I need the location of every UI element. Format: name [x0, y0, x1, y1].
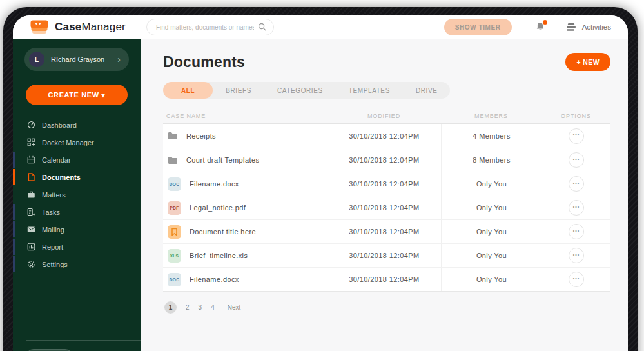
user-avatar: L [29, 52, 44, 67]
create-new-button[interactable]: CREATE NEW ▾ [26, 85, 128, 105]
case-name: Court draft Templates [186, 156, 259, 164]
new-document-button[interactable]: + NEW [565, 53, 610, 71]
case-name: Filename.docx [190, 276, 239, 283]
chevron-right-icon: › [117, 54, 121, 65]
table-row[interactable]: Receipts 30/10/2018 12:04PM 4 Members ••… [163, 124, 610, 148]
footer-divider [26, 340, 141, 341]
modified-date: 30/10/2018 12:04PM [327, 244, 441, 267]
sidebar-item-calendar[interactable]: Calendar [13, 151, 141, 168]
options-button[interactable]: ••• [569, 152, 584, 168]
modified-date: 30/10/2018 12:04PM [327, 268, 441, 291]
sidebar-item-dashboard[interactable]: Dashboard [13, 116, 141, 134]
column-header-members: MEMBERS [441, 113, 542, 119]
tab-categories[interactable]: CATEGORIES [264, 82, 336, 99]
modified-date: 30/10/2018 12:04PM [327, 220, 441, 243]
sidebar-item-settings[interactable]: Settings [13, 256, 141, 273]
brand-logo: CaseManager [30, 19, 126, 35]
activities-icon [566, 23, 576, 32]
members: 8 Members [441, 148, 542, 172]
members: Only You [441, 268, 542, 291]
briefcase-icon [27, 190, 35, 199]
dashboard-icon [27, 121, 35, 129]
notification-dot [543, 20, 547, 25]
modified-date: 30/10/2018 12:04PM [327, 124, 441, 148]
case-name: Filename.docx [190, 180, 239, 188]
page-4-button[interactable]: 4 [211, 304, 215, 311]
options-button[interactable]: ••• [569, 200, 584, 216]
column-header-options: OPTIONS [542, 113, 610, 119]
activities-button[interactable]: Activities [566, 23, 611, 32]
brand-name: CaseManager [55, 21, 126, 34]
table-row[interactable]: PDF Legal_notice.pdf 30/10/2018 12:04PM … [163, 196, 610, 219]
search-input[interactable] [146, 19, 274, 35]
pagination: 1 2 3 4 Next [164, 301, 628, 314]
docket-manager-icon [27, 138, 35, 146]
sidebar-item-label: Tasks [42, 208, 60, 216]
sidebar-item-label: Dashboard [42, 121, 77, 129]
page-1-button[interactable]: 1 [164, 301, 177, 314]
case-name: Receipts [186, 132, 216, 140]
table-row[interactable]: DOC Filename.docx 30/10/2018 12:04PM Onl… [163, 172, 610, 196]
sidebar-item-mailing[interactable]: Mailing [13, 221, 141, 238]
members: Only You [441, 196, 542, 219]
column-header-case-name: CASE NAME [163, 113, 327, 119]
notifications-bell-icon[interactable] [535, 21, 547, 33]
table-row[interactable]: DOC Filename.docx 30/10/2018 12:04PM Onl… [163, 267, 610, 291]
sidebar-item-matters[interactable]: Matters [13, 186, 141, 203]
page-title: Documents [163, 54, 245, 71]
options-button[interactable]: ••• [569, 248, 584, 263]
brand-bold: Case [55, 21, 81, 33]
sidebar-footer: Get Help Terms . Privacy [13, 340, 141, 351]
folder-icon [168, 156, 178, 165]
members: Only You [441, 244, 542, 267]
modified-date: 30/10/2018 12:04PM [327, 196, 441, 219]
members: Only You [441, 172, 542, 196]
documents-icon [27, 173, 35, 181]
bookmark-icon [168, 225, 181, 239]
tab-all[interactable]: ALL [163, 82, 213, 99]
options-button[interactable]: ••• [569, 128, 584, 144]
next-page-button[interactable]: Next [228, 304, 241, 311]
column-header-modified: MODIFIED [327, 113, 441, 119]
show-timer-button[interactable]: SHOW TIMER [444, 19, 512, 35]
case-name: Legal_notice.pdf [190, 204, 246, 212]
tab-drive[interactable]: DRIVE [403, 82, 451, 99]
document-tabs: ALL BRIEFS CATEGORIES TEMPLATES DRIVE [163, 82, 450, 99]
report-icon [27, 243, 35, 251]
brand-regular: Manager [81, 21, 126, 33]
table-row[interactable]: Court draft Templates 30/10/2018 12:04PM… [163, 148, 610, 172]
sidebar-item-report[interactable]: Report [13, 238, 141, 256]
case-name: Document title here [190, 228, 256, 236]
table-row[interactable]: Document title here 30/10/2018 12:04PM O… [163, 219, 610, 243]
top-bar: CaseManager SHOW TIMER [13, 15, 628, 39]
options-button[interactable]: ••• [569, 224, 584, 239]
sidebar-item-tasks[interactable]: Tasks [13, 203, 141, 221]
tab-templates[interactable]: TEMPLATES [336, 82, 403, 99]
user-name: RIchard Grayson [51, 55, 104, 63]
tab-briefs[interactable]: BRIEFS [213, 82, 264, 99]
sidebar-item-docket-manager[interactable]: Docket Manager [13, 134, 141, 151]
documents-table: CASE NAME MODIFIED MEMBERS OPTIONS [163, 108, 610, 292]
page-2-button[interactable]: 2 [186, 304, 190, 311]
app-window: CaseManager SHOW TIMER [13, 15, 628, 351]
sidebar-item-label: Matters [42, 191, 66, 199]
folder-icon [168, 132, 178, 140]
search-box [146, 19, 274, 35]
options-button[interactable]: ••• [569, 176, 584, 192]
search-icon [258, 23, 267, 32]
options-button[interactable]: ••• [569, 272, 584, 287]
sidebar: L RIchard Grayson › CREATE NEW ▾ Dashboa… [13, 39, 141, 351]
table-header: CASE NAME MODIFIED MEMBERS OPTIONS [163, 108, 610, 123]
pdf-file-icon: PDF [168, 201, 181, 215]
table-row[interactable]: XLS Brief_timeline.xls 30/10/2018 12:04P… [163, 243, 610, 267]
modified-date: 30/10/2018 12:04PM [327, 172, 441, 196]
modified-date: 30/10/2018 12:04PM [327, 148, 441, 172]
sidebar-item-label: Docket Manager [42, 139, 94, 146]
sidebar-item-label: Report [42, 243, 63, 251]
gear-icon [27, 260, 35, 268]
mail-icon [27, 225, 35, 234]
user-profile[interactable]: L RIchard Grayson › [24, 48, 129, 71]
page-3-button[interactable]: 3 [199, 304, 202, 311]
sidebar-item-documents[interactable]: Documents [13, 168, 141, 186]
sidebar-item-label: Documents [42, 174, 81, 181]
